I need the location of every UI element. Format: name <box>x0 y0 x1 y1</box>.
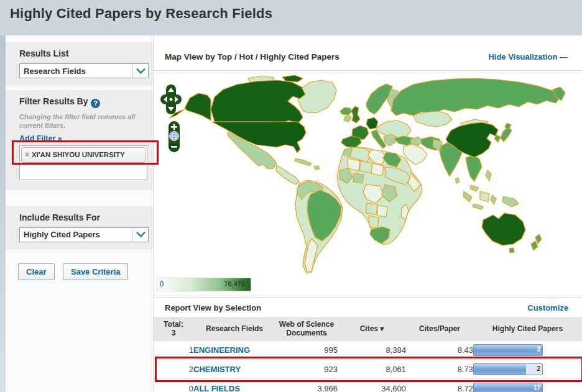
row-hcp-cell: 3 <box>473 340 582 360</box>
results-list-section: Results List Research Fields <box>6 42 153 86</box>
row-docs: 3,966 <box>275 379 338 392</box>
hcp-bar: 3 <box>473 344 543 356</box>
hide-visualization-link[interactable]: Hide Visualization — <box>488 52 568 62</box>
cites-label[interactable]: Cites <box>360 324 378 333</box>
sort-desc-icon[interactable]: ▾ <box>380 324 384 333</box>
filter-section: Filter Results By? Changing the filter f… <box>6 90 153 190</box>
country-alaska[interactable] <box>185 93 211 121</box>
legend-max: 76,478 <box>224 280 245 288</box>
field-link[interactable]: ALL FIELDS <box>193 384 240 392</box>
table-header-row: Total: 3 Research Fields Web of Science … <box>154 318 582 340</box>
field-link[interactable]: CHEMISTRY <box>193 365 241 374</box>
left-rail-background <box>0 35 6 392</box>
row-field: CHEMISTRY <box>193 360 275 379</box>
row-cites: 8,384 <box>338 340 406 360</box>
field-link[interactable]: ENGINEERING <box>193 345 250 355</box>
results-list-selected: Research Fields <box>20 66 132 76</box>
sidebar-buttons: Clear Save Criteria <box>18 263 153 280</box>
filter-tag-label: XI'AN SHIYOU UNIVERSITY <box>32 151 125 158</box>
world-map[interactable] <box>155 72 582 277</box>
chevron-down-icon[interactable] <box>132 228 148 242</box>
include-heading: Include Results For <box>19 212 153 222</box>
results-list-heading: Results List <box>19 48 153 58</box>
row-field: ENGINEERING <box>193 340 275 360</box>
country-canada[interactable] <box>211 80 305 124</box>
row-docs: 923 <box>275 360 338 379</box>
hcp-value: 2 <box>537 365 540 372</box>
row-docs: 995 <box>275 340 338 360</box>
chevron-down-icon[interactable] <box>132 64 148 78</box>
remove-filter-icon[interactable]: × <box>25 150 29 159</box>
col-cites-per-paper[interactable]: Cites/Paper <box>406 318 473 340</box>
filter-heading: Filter Results By? <box>19 96 153 108</box>
include-selected: Highly Cited Papers <box>20 230 132 239</box>
filter-note: Changing the filter field removes all cu… <box>19 112 139 130</box>
total-header: Total: 3 <box>154 318 193 340</box>
hcp-value: 3 <box>537 346 540 353</box>
row-rank: 0 <box>154 379 193 392</box>
include-section: Include Results For Highly Cited Papers <box>6 206 153 250</box>
map-zoom-control[interactable] <box>169 121 180 152</box>
page-title: Highly Cited Papers by Research Fields <box>0 0 582 22</box>
table-row: 1 ENGINEERING 995 8,384 8.43 3 <box>154 340 582 360</box>
add-filter-link[interactable]: Add Filter » <box>19 134 153 143</box>
sidebar: Results List Research Fields Filter Resu… <box>6 35 153 392</box>
include-dropdown[interactable]: Highly Cited Papers <box>19 227 149 242</box>
results-list-dropdown[interactable]: Research Fields <box>19 63 149 78</box>
col-cites-sorted[interactable]: Cites ▾ <box>338 318 406 340</box>
country-australia[interactable] <box>482 213 525 245</box>
row-cites: 8,061 <box>338 360 406 379</box>
row-hcp-cell: 17 <box>473 379 582 392</box>
map-container <box>155 72 582 277</box>
col-highly-cited-papers[interactable]: Highly Cited Papers <box>473 318 582 340</box>
row-cites: 34,600 <box>338 379 406 392</box>
hcp-bar: 17 <box>473 383 543 392</box>
col-wos-documents[interactable]: Web of Science Documents <box>275 318 338 340</box>
divider <box>154 70 582 71</box>
map-titlebar: Map View by Top / Hot / Highly Cited Pap… <box>154 48 582 70</box>
country-germany[interactable] <box>366 117 378 129</box>
filter-heading-text: Filter Results By <box>19 96 88 106</box>
row-cites-per-paper: 8.73 <box>406 360 473 379</box>
hcp-value: 17 <box>534 385 540 391</box>
filter-tag[interactable]: × XI'AN SHIYOU UNIVERSITY <box>21 147 146 163</box>
save-criteria-button[interactable]: Save Criteria <box>63 263 129 280</box>
page-header: Highly Cited Papers by Research Fields <box>0 0 582 35</box>
clear-button[interactable]: Clear <box>18 263 55 280</box>
report-titlebar: Report View by Selection Customize <box>154 299 582 317</box>
legend-min: 0 <box>160 280 164 288</box>
customize-link[interactable]: Customize <box>527 303 568 312</box>
table-row-highlighted: 2 CHEMISTRY 923 8,061 8.73 2 <box>154 360 582 379</box>
globe-icon[interactable] <box>170 132 179 141</box>
row-hcp-cell: 2 <box>473 360 582 379</box>
row-rank: 1 <box>154 340 193 360</box>
row-field: ALL FIELDS <box>193 379 275 392</box>
total-label: Total: <box>154 321 193 329</box>
total-value: 3 <box>154 329 193 338</box>
minus-icon[interactable] <box>171 146 177 148</box>
hcp-bar: 2 <box>473 363 543 375</box>
map-view-title: Map View by Top / Hot / Highly Cited Pap… <box>165 52 340 62</box>
report-view-title: Report View by Selection <box>165 303 261 312</box>
row-cites-per-paper: 8.43 <box>406 340 473 360</box>
map-legend: 0 76,478 <box>157 278 251 291</box>
report-table: Total: 3 Research Fields Web of Science … <box>154 317 582 392</box>
filter-listbox[interactable]: × XI'AN SHIYOU UNIVERSITY <box>19 145 147 180</box>
divider <box>154 297 582 298</box>
table-row: 0 ALL FIELDS 3,966 34,600 8.72 17 <box>154 379 582 392</box>
col-research-fields[interactable]: Research Fields <box>193 318 275 340</box>
row-rank: 2 <box>154 360 193 379</box>
help-icon[interactable]: ? <box>91 99 100 108</box>
row-cites-per-paper: 8.72 <box>406 379 473 392</box>
map-pan-control[interactable] <box>160 84 182 114</box>
